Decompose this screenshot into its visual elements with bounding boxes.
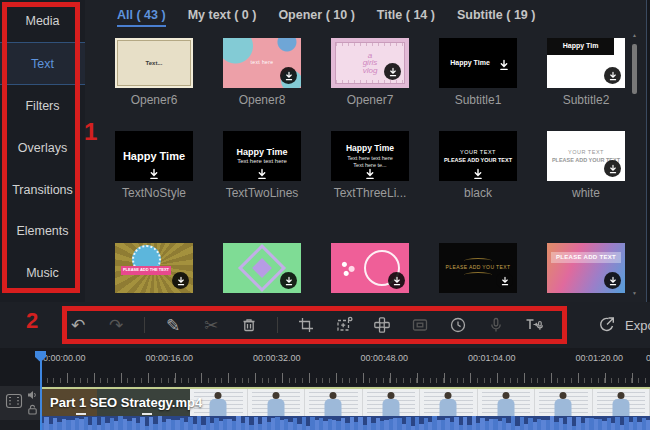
template-card: PLEASE ADD TEXT	[547, 243, 625, 293]
toolbar-divider	[144, 317, 145, 333]
undo-icon[interactable]: ↶	[68, 315, 88, 335]
template-card-opener7: agirlsvlogOpener7	[331, 38, 409, 107]
template-card: PLEASE ADD YOU TEXT	[439, 243, 517, 293]
sidebar-item-elements[interactable]: Elements	[0, 210, 85, 252]
audio-waveform	[40, 416, 650, 430]
category-tabs: All ( 43 )My text ( 0 )Opener ( 10 )Titl…	[117, 8, 535, 22]
template-thumbnail[interactable]: Happy Time	[439, 38, 517, 88]
template-preview-text: PLEASE ADD THE TEXT	[121, 266, 171, 275]
split-scissors-icon[interactable]: ✂	[201, 315, 221, 335]
download-icon[interactable]	[604, 67, 621, 84]
sidebar-item-media[interactable]: Media	[0, 0, 85, 42]
tab-opener[interactable]: Opener ( 10 )	[278, 8, 354, 22]
scroll-down-icon[interactable]: ▼	[631, 290, 638, 296]
waveform-marker	[142, 413, 152, 415]
toolbar-divider	[277, 317, 278, 333]
template-thumbnail[interactable]: Happy Tim	[547, 38, 625, 88]
text-to-speech-icon[interactable]	[524, 315, 544, 335]
template-card-textthreeli: Happy TimeText here text hereText here t…	[331, 131, 409, 200]
ruler-ticks	[40, 373, 650, 383]
download-icon[interactable]	[496, 272, 513, 289]
scrollbar-thumb[interactable]	[632, 44, 637, 94]
download-icon[interactable]	[280, 67, 297, 84]
record-voiceover-mic-icon[interactable]	[486, 315, 506, 335]
template-preview-text: Happy Tim	[547, 38, 614, 55]
lock-track-icon[interactable]	[27, 404, 38, 415]
sidebar-item-transitions[interactable]: Transitions	[0, 169, 85, 211]
waveform-marker	[76, 413, 86, 415]
timeline-ruler[interactable]: 00:00:00.0000:00:16.0000:00:32.0000:00:4…	[0, 348, 650, 386]
template-card-black: YOUR TEXTPLEASE ADD YOUR TEXTblack	[439, 131, 517, 200]
template-thumbnail[interactable]: Happy TimeText here text here	[223, 131, 301, 181]
playhead-line	[40, 352, 42, 430]
template-name: Subtitle1	[439, 93, 517, 107]
template-card	[331, 243, 409, 293]
template-name: TextThreeLi...	[331, 186, 409, 200]
template-card	[223, 243, 301, 293]
template-card: PLEASE ADD THE TEXT	[115, 243, 193, 293]
tab-title[interactable]: Title ( 14 )	[377, 8, 435, 22]
template-name: Opener6	[115, 93, 193, 107]
export-label: Export	[625, 318, 650, 333]
template-thumbnail[interactable]: PLEASE ADD YOU TEXT	[439, 243, 517, 293]
template-thumbnail[interactable]: Happy TimeText here text hereText here t…	[331, 131, 409, 181]
template-name: black	[439, 186, 517, 200]
video-track: Part 1 SEO Strategy.mp4	[0, 386, 650, 430]
download-icon[interactable]	[604, 160, 621, 177]
template-thumbnail[interactable]	[223, 243, 301, 293]
template-thumbnail[interactable]: YOUR TEXTPLEASE ADD YOUR TEXT	[439, 131, 517, 181]
template-name: Opener8	[223, 93, 301, 107]
clip-frame	[593, 389, 650, 416]
download-icon[interactable]	[604, 272, 621, 289]
timeline-toolbar: ↶ ↷ ✎ ✂	[0, 302, 650, 348]
download-icon[interactable]	[388, 272, 405, 289]
speed-clock-icon[interactable]	[448, 315, 468, 335]
download-icon[interactable]	[148, 166, 160, 178]
template-thumbnail[interactable]: agirlsvlog	[331, 38, 409, 88]
template-card-opener8: text hereOpener8	[223, 38, 301, 107]
download-icon[interactable]	[364, 166, 376, 178]
templates-panel: All ( 43 )My text ( 0 )Opener ( 10 )Titl…	[85, 0, 647, 303]
template-thumbnail[interactable]: PLEASE ADD THE TEXT	[115, 243, 193, 293]
template-thumbnail[interactable]: Happy Time	[115, 131, 193, 181]
split-screen-icon[interactable]	[372, 315, 392, 335]
crop-icon[interactable]	[296, 315, 316, 335]
template-name: Subtitle2	[547, 93, 625, 107]
delete-trash-icon[interactable]	[239, 315, 259, 335]
clip-name: Part 1 SEO Strategy.mp4	[50, 395, 202, 410]
redo-icon[interactable]: ↷	[106, 315, 126, 335]
tab-subtitle[interactable]: Subtitle ( 19 )	[457, 8, 535, 22]
template-thumbnail[interactable]	[331, 243, 409, 293]
download-icon[interactable]	[172, 272, 189, 289]
template-thumbnail[interactable]: YOUR TEXTPLEASE ADD YOUR TEXT	[547, 131, 625, 181]
template-thumbnail[interactable]: text here	[223, 38, 301, 88]
template-card-subtitle2: Happy TimSubtitle2	[547, 38, 625, 107]
download-icon[interactable]	[256, 166, 268, 178]
export-button[interactable]: Export	[596, 302, 650, 348]
clip-frame	[248, 389, 306, 416]
scrollbar[interactable]: ▲ ▼	[631, 32, 638, 296]
tab-my[interactable]: My text ( 0 )	[188, 8, 257, 22]
scroll-up-icon[interactable]: ▲	[631, 32, 638, 38]
tab-all[interactable]: All ( 43 )	[117, 8, 166, 22]
clip-frame	[478, 389, 536, 416]
download-icon[interactable]	[280, 272, 297, 289]
video-editor-window: MediaTextFiltersOverlaysTransitionsEleme…	[0, 0, 650, 430]
green-screen-icon[interactable]	[410, 315, 430, 335]
video-clip[interactable]: Part 1 SEO Strategy.mp4	[40, 387, 650, 430]
ruler-timestamp: 00:00:48.00	[361, 353, 409, 363]
template-preview-text: Text...	[115, 38, 193, 88]
sidebar-item-filters[interactable]: Filters	[0, 85, 85, 127]
edit-text-icon[interactable]: ✎	[163, 315, 183, 335]
clip-frame	[420, 389, 478, 416]
download-icon[interactable]	[472, 166, 484, 178]
template-thumbnail[interactable]: PLEASE ADD TEXT	[547, 243, 625, 293]
sidebar-item-overlays[interactable]: Overlays	[0, 127, 85, 169]
download-icon[interactable]	[498, 57, 510, 69]
motion-tracking-icon[interactable]	[334, 315, 354, 335]
template-thumbnail[interactable]: Text...	[115, 38, 193, 88]
sidebar-item-music[interactable]: Music	[0, 252, 85, 294]
sidebar-item-text[interactable]: Text	[0, 42, 85, 86]
mute-speaker-icon[interactable]	[27, 390, 38, 400]
download-icon[interactable]	[384, 63, 401, 80]
